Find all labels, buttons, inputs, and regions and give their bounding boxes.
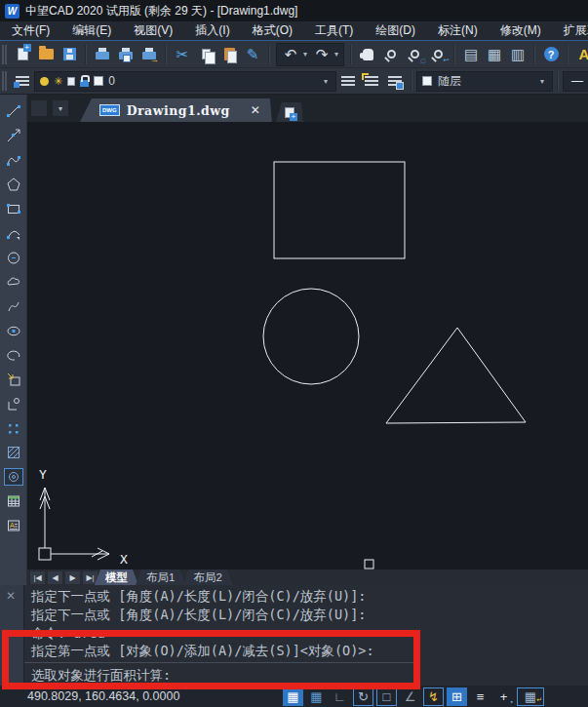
menu-draw[interactable]: 绘图(D)	[375, 22, 415, 39]
new-document-tab-button[interactable]	[276, 102, 303, 122]
menu-format[interactable]: 格式(O)	[253, 22, 293, 39]
redo-button[interactable]: ↷	[310, 43, 333, 66]
toolbar-grip[interactable]	[2, 71, 7, 91]
canvas-svg: YX	[27, 122, 588, 570]
linetype-value: —	[571, 74, 583, 88]
menu-modify[interactable]: 修改(M)	[500, 22, 541, 39]
linetype-dropdown[interactable]: —	[563, 71, 588, 92]
undo-redo-group: ↶ ▾ ↷ ▾	[276, 43, 344, 66]
add-selected-icon[interactable]: +▪	[493, 687, 514, 706]
draw-tool-hatch[interactable]	[4, 444, 23, 461]
sheet-set-button[interactable]: ▥	[506, 43, 529, 66]
draw-tool-arc[interactable]	[4, 224, 23, 242]
snap-toggle-icon[interactable]: ▦	[283, 687, 303, 706]
grid-toggle-icon[interactable]: ▦	[306, 687, 327, 706]
zoom-realtime-button[interactable]	[379, 43, 403, 66]
document-tab-label: Drawing1.dwg	[127, 103, 230, 118]
dynamic-ucs-toggle-icon[interactable]: ⊞	[447, 687, 467, 706]
draw-tool-spline[interactable]	[4, 297, 23, 315]
object-track-toggle-icon[interactable]: ∠	[400, 687, 420, 706]
status-menu-icon[interactable]: ≡	[470, 687, 490, 706]
layer-plot-icon[interactable]	[67, 77, 75, 86]
color-dropdown[interactable]: 随层 ▾	[416, 71, 553, 92]
menu-express-tools[interactable]: 扩展工具	[564, 22, 588, 39]
draw-tool-rectangle[interactable]	[4, 200, 23, 217]
dynamic-input-toggle-icon[interactable]: ↯	[423, 687, 444, 706]
draw-tool-ellipse-arc[interactable]	[4, 346, 23, 364]
copy-button[interactable]	[194, 43, 217, 66]
draw-tool-polygon[interactable]	[4, 176, 23, 193]
tab-nav-first-icon[interactable]: |◀	[30, 571, 45, 584]
publish-button[interactable]	[137, 43, 161, 66]
draw-tool-mtext[interactable]: A	[4, 517, 23, 534]
tab-nav-prev-icon[interactable]: ◀	[48, 571, 62, 584]
command-line-window[interactable]: ✕ 指定下一点或 [角度(A)/长度(L)/闭合(C)/放弃(U)]: 指定下一…	[0, 585, 588, 686]
tab-close-icon[interactable]: ✕	[251, 103, 260, 117]
model-canvas[interactable]: YX	[27, 122, 588, 570]
zoom-previous-button[interactable]: ↩	[426, 43, 450, 66]
menu-insert[interactable]: 插入(I)	[195, 22, 229, 39]
text-style-button[interactable]: A	[572, 43, 588, 66]
layer-on-bulb-icon[interactable]	[40, 77, 49, 86]
tool-palette-button[interactable]: ▦	[483, 43, 506, 66]
draw-tool-polyline[interactable]	[4, 151, 23, 169]
command-close-icon[interactable]: ✕	[6, 589, 16, 603]
annotation-scale-icon[interactable]: ▦↵	[517, 687, 544, 706]
menu-file[interactable]: 文件(F)	[12, 22, 50, 39]
layer-dropdown-arrow[interactable]: ▾	[324, 77, 328, 86]
ortho-toggle-icon[interactable]: ∟	[330, 687, 350, 706]
draw-tool-table[interactable]	[4, 492, 23, 510]
plot-button[interactable]	[91, 43, 114, 66]
window-title: 中望CAD 2020 试用版 (剩余 29 天) - [Drawing1.dwg…	[25, 3, 297, 20]
draw-tool-donut[interactable]	[4, 468, 23, 486]
draw-tool-line[interactable]	[4, 102, 23, 120]
tab-nav-last-icon[interactable]: ▶|	[83, 571, 98, 584]
layer-lock-icon[interactable]	[80, 80, 89, 87]
doc-dropdown-button[interactable]: ▾	[53, 100, 68, 116]
menu-view[interactable]: 视图(V)	[134, 22, 173, 39]
draw-tool-point[interactable]	[4, 419, 23, 437]
pan-button[interactable]	[356, 43, 379, 66]
document-tab-active[interactable]: DWG Drawing1.dwg ✕	[80, 98, 272, 122]
tab-nav-next-icon[interactable]: ▶	[65, 571, 80, 584]
zoom-window-button[interactable]: □	[403, 43, 426, 66]
plot-preview-button[interactable]	[114, 43, 137, 66]
doc-list-button[interactable]	[31, 100, 47, 116]
tab-model[interactable]: 模型	[95, 570, 138, 585]
draw-tool-make-block[interactable]	[4, 395, 23, 412]
tab-layout2[interactable]: 布局2	[182, 570, 232, 585]
redo-dropdown-icon[interactable]: ▾	[334, 50, 338, 59]
paste-button[interactable]	[217, 43, 241, 66]
color-dropdown-arrow[interactable]: ▾	[540, 77, 544, 86]
draw-toolbar: A	[0, 95, 27, 585]
properties-palette-button[interactable]: ▤	[459, 43, 483, 66]
layer-states-button[interactable]	[383, 69, 407, 93]
save-button[interactable]	[58, 43, 81, 66]
menu-tools[interactable]: 工具(T)	[315, 22, 353, 39]
undo-dropdown-icon[interactable]: ▾	[303, 50, 307, 59]
undo-button[interactable]: ↶	[279, 43, 302, 66]
magnifier-icon	[387, 50, 396, 59]
menu-dimension[interactable]: 标注(N)	[438, 22, 478, 39]
toolbar-grip[interactable]	[2, 45, 7, 64]
draw-tool-xline[interactable]	[4, 127, 23, 144]
make-layer-current-button[interactable]	[336, 69, 360, 93]
cut-button[interactable]: ✂	[171, 43, 194, 66]
new-button[interactable]	[11, 43, 34, 66]
polar-toggle-icon[interactable]: ↻	[353, 687, 373, 706]
current-color-swatch	[422, 76, 432, 86]
layer-dropdown[interactable]: ✳ 0 ▾	[34, 71, 336, 92]
object-snap-toggle-icon[interactable]: □	[376, 687, 397, 706]
draw-tool-circle[interactable]	[4, 249, 23, 266]
layer-properties-button[interactable]	[11, 69, 34, 93]
menu-edit[interactable]: 编辑(E)	[72, 22, 111, 39]
tab-layout1[interactable]: 布局1	[136, 570, 185, 585]
layer-freeze-icon[interactable]: ✳	[54, 75, 62, 88]
draw-tool-ellipse[interactable]	[4, 322, 23, 339]
draw-tool-revision-cloud[interactable]	[4, 273, 23, 291]
layer-previous-button[interactable]	[360, 69, 383, 93]
draw-tool-insert-block[interactable]	[4, 371, 23, 388]
help-button[interactable]: ?	[539, 43, 563, 66]
match-properties-button[interactable]: ✎	[241, 43, 264, 66]
open-button[interactable]	[34, 43, 58, 66]
